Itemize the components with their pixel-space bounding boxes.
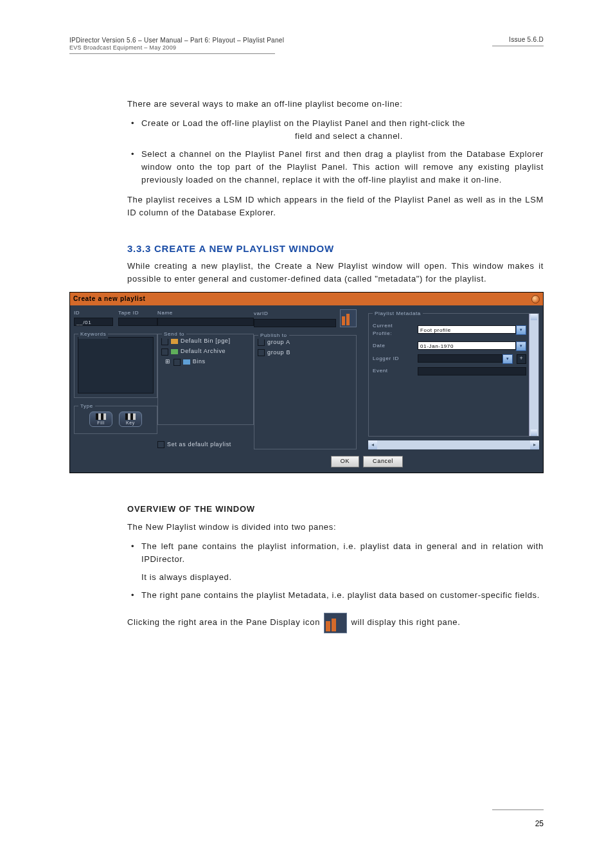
paragraph: The New Playlist window is divided into … <box>127 521 544 534</box>
name-field[interactable] <box>157 318 254 326</box>
tree-item[interactable]: ⊞ Bins <box>165 357 250 366</box>
dialog-title: Create a new playlist <box>73 294 146 304</box>
page-number: 25 <box>535 819 544 828</box>
pane-display-icon[interactable] <box>340 309 357 327</box>
id-field[interactable]: __/01 <box>74 318 113 326</box>
scrollbar-horizontal[interactable]: ◂▸ <box>368 440 539 449</box>
date-select[interactable]: 01-Jan-1970▾ <box>418 341 526 351</box>
event-field[interactable] <box>418 367 526 375</box>
publish-group-label: Publish to <box>258 332 289 339</box>
header-sub: EVS Broadcast Equipment – May 2009 <box>69 44 284 52</box>
create-playlist-dialog: Create a new playlist ID __/01 Tape ID <box>69 292 544 473</box>
loggerid-select[interactable]: ▾ <box>418 354 513 364</box>
header-issue: Issue 5.6.D <box>492 36 544 43</box>
cancel-button[interactable]: Cancel <box>363 456 403 467</box>
set-default-checkbox[interactable]: Set as default playlist <box>157 440 254 449</box>
keywords-box[interactable] <box>78 337 154 393</box>
paragraph: While creating a new playlist, the Creat… <box>127 260 544 285</box>
pane-display-icon <box>324 613 347 633</box>
type-key-button[interactable]: Key <box>119 411 142 427</box>
tapeid-field[interactable] <box>118 318 157 326</box>
dialog-titlebar[interactable]: Create a new playlist <box>70 293 543 305</box>
profile-select[interactable]: Foot profile▾ <box>418 325 526 335</box>
date-label: Date <box>373 342 414 350</box>
list-item: Select a channel on the Playlist Panel f… <box>127 148 544 186</box>
paragraph: The playlist receives a LSM ID which app… <box>127 194 544 219</box>
event-label: Event <box>373 367 414 375</box>
section-heading: 3.3.3 CREATE A NEW PLAYLIST WINDOW <box>127 241 544 256</box>
loggerid-label: Logger ID <box>373 355 414 363</box>
varid-label: varID <box>254 310 336 318</box>
sendto-group-label: Send to <box>162 330 186 338</box>
metadata-group-label: Playlist Metadata <box>373 310 423 318</box>
tree-item[interactable]: group B <box>258 348 353 357</box>
ok-button[interactable]: OK <box>331 456 359 467</box>
varid-field[interactable] <box>254 319 336 327</box>
scrollbar-vertical[interactable] <box>529 314 538 436</box>
name-label: Name <box>157 309 254 317</box>
tree-item[interactable]: Default Archive <box>161 347 250 356</box>
close-icon[interactable] <box>531 295 540 303</box>
list-item: The left pane contains the playlist info… <box>127 540 544 584</box>
type-group-label: Type <box>78 402 95 410</box>
list-item: The right pane contains the playlist Met… <box>127 589 544 602</box>
header-title: IPDirector Version 5.6 – User Manual – P… <box>69 36 284 44</box>
id-label: ID <box>74 309 113 317</box>
add-logger-button[interactable]: + <box>517 354 526 364</box>
profile-label: Current Profile: <box>373 322 414 338</box>
type-fill-button[interactable]: Fill <box>89 411 112 427</box>
subsection-heading: OVERVIEW OF THE WINDOW <box>127 503 544 516</box>
tapeid-label: Tape ID <box>118 309 157 317</box>
list-item: Create or Load the off-line playlist on … <box>127 117 544 143</box>
paragraph: There are several ways to make an off-li… <box>127 98 544 111</box>
paragraph: Clicking the right area in the Pane Disp… <box>127 613 544 633</box>
keywords-group-label: Keywords <box>78 330 108 338</box>
